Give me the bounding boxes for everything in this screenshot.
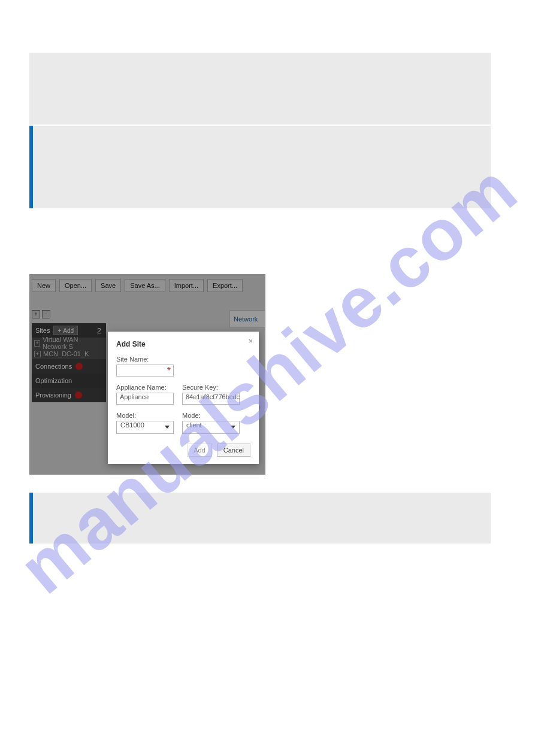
mode-label: Mode:	[182, 412, 240, 419]
secure-key-input[interactable]: 84e1af8cf776bcdc	[182, 393, 240, 405]
model-select[interactable]: CB1000	[116, 421, 174, 434]
site-name-input[interactable]	[116, 365, 174, 377]
dialog-title: Add Site	[116, 340, 250, 348]
required-asterisk-icon: *	[167, 366, 171, 377]
app-screenshot: New Open... Save Save As... Import... Ex…	[29, 274, 265, 475]
appliance-name-input[interactable]: Appliance	[116, 393, 174, 405]
appliance-name-label: Appliance Name:	[116, 384, 174, 391]
mode-select[interactable]: client	[182, 421, 240, 434]
dialog-cancel-button[interactable]: Cancel	[217, 444, 250, 457]
page-grey-block-3-side	[29, 493, 491, 544]
model-label: Model:	[116, 412, 174, 419]
model-value: CB1000	[120, 421, 144, 429]
close-icon[interactable]: ×	[248, 336, 253, 345]
secure-key-label: Secure Key:	[182, 384, 240, 391]
site-name-label: Site Name:	[116, 356, 174, 363]
dialog-footer: Add Cancel	[116, 444, 250, 457]
chevron-down-icon	[165, 426, 170, 429]
dialog-add-button[interactable]: Add	[187, 444, 212, 457]
page-grey-block-1	[29, 53, 491, 125]
add-site-dialog: × Add Site Site Name: * Appliance Name: …	[108, 332, 259, 464]
page-grey-block-2-side	[29, 126, 491, 208]
chevron-down-icon	[231, 426, 235, 429]
mode-value: client	[186, 421, 202, 429]
